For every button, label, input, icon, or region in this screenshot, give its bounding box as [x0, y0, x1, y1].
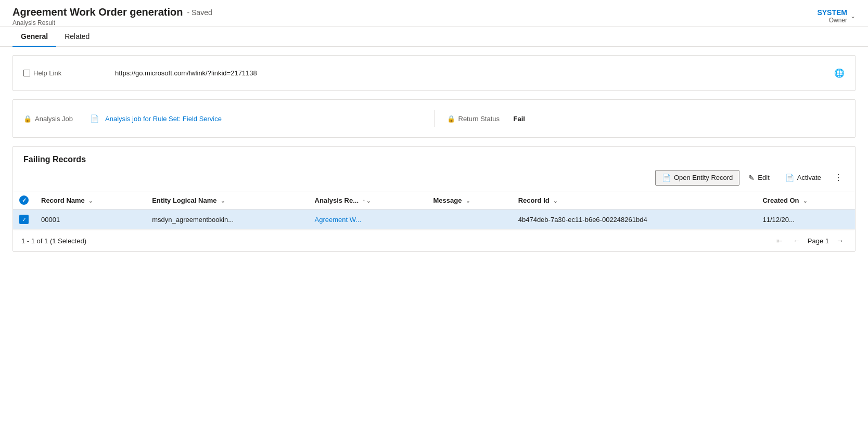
saved-status: - Saved — [187, 8, 212, 17]
return-status-label: 🔒 Return Status — [447, 115, 509, 123]
first-page-button[interactable]: ⇤ — [773, 235, 786, 246]
table-header-row: Record Name ⌄ Entity Logical Name ⌄ Anal… — [13, 191, 855, 210]
col-created-on-sort: ⌄ — [803, 198, 807, 204]
tab-general[interactable]: General — [12, 27, 56, 47]
pagination: ⇤ ← Page 1 → — [773, 235, 847, 246]
return-status-field: 🔒 Return Status Fail — [447, 115, 845, 123]
row-checkbox-cell[interactable] — [13, 210, 35, 230]
col-created-on[interactable]: Created On ⌄ — [756, 191, 855, 210]
analysis-job-link[interactable]: Analysis job for Rule Set: Field Service — [105, 115, 222, 123]
help-link-row: Help Link https://go.microsoft.com/fwlin… — [23, 64, 845, 82]
section-divider — [434, 110, 435, 127]
doc-icon: 📄 — [90, 114, 99, 123]
row-count-label: 1 - 1 of 1 (1 Selected) — [21, 237, 86, 245]
row-message — [427, 210, 512, 230]
row-record-name: 00001 — [35, 210, 146, 230]
row-entity-logical-name: msdyn_agreementbookin... — [146, 210, 308, 230]
row-checkbox[interactable] — [19, 215, 29, 224]
prev-page-button[interactable]: ← — [790, 235, 803, 246]
title-text: Agreement Work Order generation — [12, 6, 183, 18]
col-analysis-re-sort: ↑ ⌄ — [363, 198, 371, 204]
tab-related[interactable]: Related — [56, 27, 98, 47]
analysis-row: 🔒 Analysis Job 📄 Analysis job for Rule S… — [23, 110, 845, 127]
col-message-label: Message — [433, 197, 462, 204]
row-analysis-re-link[interactable]: Agreement W... — [315, 216, 362, 224]
analysis-job-label: 🔒 Analysis Job — [23, 115, 86, 123]
col-created-on-label: Created On — [762, 197, 799, 204]
col-record-name-sort: ⌄ — [88, 198, 93, 204]
main-content: Help Link https://go.microsoft.com/fwlin… — [0, 55, 868, 264]
col-analysis-re-label: Analysis Re... — [315, 197, 359, 204]
open-record-icon: 📄 — [662, 174, 671, 182]
failing-records-section: Failing Records 📄 Open Entity Record ✎ E… — [12, 146, 856, 252]
return-status-value: Fail — [514, 115, 525, 123]
page-label: Page 1 — [808, 237, 829, 245]
col-analysis-re[interactable]: Analysis Re... ↑ ⌄ — [309, 191, 427, 210]
col-message-sort: ⌄ — [466, 198, 470, 204]
activate-label: Activate — [797, 174, 821, 181]
col-record-id-label: Record Id — [518, 197, 550, 204]
edit-icon: ✎ — [748, 174, 755, 182]
table-footer: 1 - 1 of 1 (1 Selected) ⇤ ← Page 1 → — [13, 230, 855, 251]
help-link-label: Help Link — [23, 69, 107, 77]
page-title: Agreement Work Order generation - Saved — [12, 6, 212, 18]
owner-label: Owner — [817, 17, 847, 24]
select-all-checkbox[interactable] — [19, 195, 29, 205]
analysis-section: 🔒 Analysis Job 📄 Analysis job for Rule S… — [12, 99, 856, 138]
owner-name: SYSTEM — [817, 8, 847, 17]
col-record-id-sort: ⌄ — [553, 198, 557, 204]
more-options-button[interactable]: ⋮ — [830, 169, 847, 186]
failing-records-table: Record Name ⌄ Entity Logical Name ⌄ Anal… — [13, 191, 855, 230]
table-row[interactable]: 00001 msdyn_agreementbookin... Agreement… — [13, 210, 855, 230]
row-created-on: 11/12/20... — [756, 210, 855, 230]
globe-icon: 🌐 — [834, 68, 845, 78]
help-link-section: Help Link https://go.microsoft.com/fwlin… — [12, 55, 856, 91]
failing-records-table-container: Record Name ⌄ Entity Logical Name ⌄ Anal… — [13, 191, 855, 230]
checkbox-icon — [23, 70, 30, 76]
page-header: Agreement Work Order generation - Saved … — [0, 0, 868, 27]
col-entity-logical-name-label: Entity Logical Name — [152, 197, 216, 204]
row-record-id: 4b474deb-7a30-ec11-b6e6-002248261bd4 — [512, 210, 757, 230]
col-entity-logical-name-sort: ⌄ — [221, 198, 225, 204]
header-left: Agreement Work Order generation - Saved … — [12, 6, 212, 27]
next-page-button[interactable]: → — [833, 235, 847, 246]
lock-icon: 🔒 — [23, 115, 32, 123]
lock-icon-2: 🔒 — [447, 115, 455, 123]
page-subtitle: Analysis Result — [12, 19, 212, 27]
failing-records-toolbar: 📄 Open Entity Record ✎ Edit 📄 Activate ⋮ — [13, 164, 855, 191]
help-link-value: https://go.microsoft.com/fwlink/?linkid=… — [115, 69, 257, 77]
owner-info: SYSTEM Owner — [817, 8, 847, 24]
col-entity-logical-name[interactable]: Entity Logical Name ⌄ — [146, 191, 308, 210]
col-record-name-label: Record Name — [41, 197, 85, 204]
header-right: SYSTEM Owner ⌄ — [817, 6, 856, 24]
col-record-name[interactable]: Record Name ⌄ — [35, 191, 146, 210]
analysis-job-label-text: Analysis Job — [35, 115, 73, 123]
activate-icon: 📄 — [785, 174, 794, 182]
activate-button[interactable]: 📄 Activate — [778, 170, 828, 186]
col-record-id[interactable]: Record Id ⌄ — [512, 191, 757, 210]
return-status-label-text: Return Status — [458, 115, 500, 123]
edit-button[interactable]: ✎ Edit — [742, 170, 776, 186]
open-entity-record-label: Open Entity Record — [674, 174, 733, 181]
row-analysis-re[interactable]: Agreement W... — [309, 210, 427, 230]
analysis-job-field: 🔒 Analysis Job 📄 Analysis job for Rule S… — [23, 114, 422, 123]
failing-records-title: Failing Records — [13, 147, 855, 164]
help-link-text: Help Link — [33, 69, 61, 77]
edit-label: Edit — [758, 174, 769, 181]
owner-chevron-icon[interactable]: ⌄ — [850, 12, 856, 20]
open-entity-record-button[interactable]: 📄 Open Entity Record — [655, 170, 739, 186]
col-message[interactable]: Message ⌄ — [427, 191, 512, 210]
tab-bar: General Related — [0, 27, 868, 47]
select-all-cell[interactable] — [13, 191, 35, 210]
